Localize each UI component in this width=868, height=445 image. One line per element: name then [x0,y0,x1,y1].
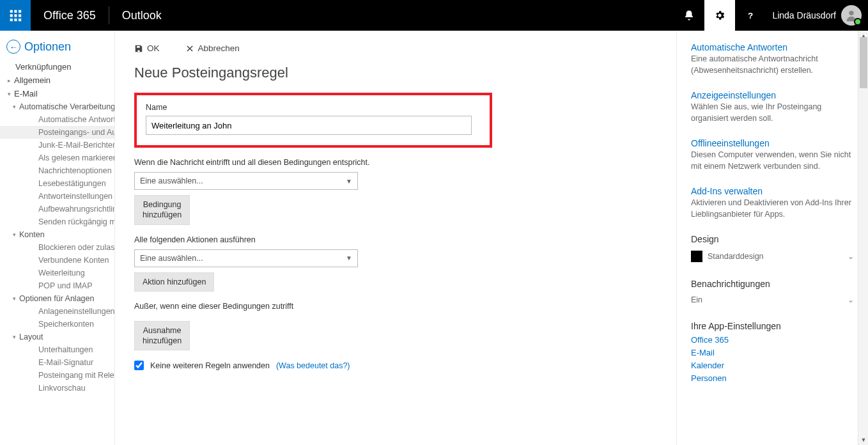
tree-accounts[interactable]: Konten [0,228,114,241]
main-content: OK Abbrechen Neue Posteingangsregel Name… [115,31,676,445]
svg-rect-4 [14,14,17,17]
panel-app-settings-heading: Ihre App-Einstellungen [691,321,854,331]
panel-display-link[interactable]: Anzeigeeinstellungen [691,90,854,100]
close-icon [185,44,194,53]
panel-link-people[interactable]: Personen [691,373,854,383]
back-to-options[interactable]: ← Optionen [0,37,114,60]
avatar [841,5,862,26]
settings-panel: Automatische Antworten Eine automatische… [676,31,868,445]
tree-connected[interactable]: Verbundene Konten [0,254,114,267]
add-condition-button[interactable]: Bedingung hinzufügen [134,195,190,225]
panel-addins-link[interactable]: Add-Ins verwalten [691,186,854,196]
svg-point-10 [849,11,853,15]
stop-rules-label: Keine weiteren Regeln anwenden [150,361,270,370]
options-tree: Verknüpfungen Allgemein E-Mail Automatis… [0,60,114,394]
condition-select-value: Eine auswählen... [140,176,203,185]
tree-conversations[interactable]: Unterhaltungen [0,343,114,356]
ok-button[interactable]: OK [134,43,160,53]
name-highlight-box: Name [134,93,492,148]
brand-label[interactable]: Office 365 [31,9,109,22]
tree-pop-imap[interactable]: POP und IMAP [0,279,114,292]
add-exception-button[interactable]: Ausnahme hinzufügen [134,321,190,351]
rule-name-input[interactable] [146,116,472,135]
tree-general[interactable]: Allgemein [0,74,114,87]
panel-link-mail[interactable]: E-Mail [691,348,854,357]
svg-rect-8 [19,19,21,21]
cancel-button[interactable]: Abbrechen [185,43,240,53]
what-means-link[interactable]: (Was bedeutet das?) [276,361,350,370]
cancel-label: Abbrechen [198,43,240,53]
tree-storage[interactable]: Speicherkonten [0,318,114,331]
tree-read-receipts[interactable]: Lesebestätigungen [0,177,114,190]
svg-rect-7 [14,19,17,21]
panel-addins-desc: Aktivieren und Deaktivieren von Add-Ins … [691,198,854,220]
scroll-thumb[interactable] [860,37,867,88]
notifications-button[interactable] [674,0,704,31]
chevron-down-icon: ⌄ [848,295,854,304]
add-action-button[interactable]: Aktion hinzufügen [134,272,214,292]
tree-inbox-relevance[interactable]: Posteingang mit Relevanz [0,369,114,382]
tree-undo-send[interactable]: Senden rückgängig machen [0,215,114,228]
settings-button[interactable] [704,0,735,31]
panel-scrollbar[interactable]: ▲ ▼ [858,31,868,445]
sidebar-title: Optionen [24,40,71,54]
stop-rules-checkbox[interactable] [134,361,144,370]
app-label[interactable]: Outlook [109,9,174,22]
app-launcher-button[interactable] [0,0,31,31]
back-arrow-icon: ← [6,40,20,54]
question-icon: ? [745,10,756,21]
tree-auto-processing[interactable]: Automatische Verarbeitung [0,100,114,113]
panel-notif-heading: Benachrichtigungen [691,279,854,289]
except-section-label: Außer, wenn eine dieser Bedingungen zutr… [134,302,657,311]
svg-text:?: ? [748,11,753,20]
panel-link-calendar[interactable]: Kalender [691,361,854,370]
panel-notif-row[interactable]: Ein ⌄ [691,293,854,307]
chevron-down-icon: ⌄ [848,252,854,261]
svg-rect-5 [19,14,21,17]
svg-rect-2 [19,10,21,13]
panel-offline-link[interactable]: Offlineeinstellungen [691,138,854,148]
options-sidebar: ← Optionen Verknüpfungen Allgemein E-Mai… [0,31,115,445]
waffle-icon [9,9,22,22]
tree-inbox-rules[interactable]: Posteingangs- und Aufräumregeln [0,126,114,139]
tree-mark-read[interactable]: Als gelesen markieren [0,152,114,164]
tree-reply-settings[interactable]: Antworteinstellungen [0,190,114,203]
panel-link-o365[interactable]: Office 365 [691,335,854,345]
tree-layout[interactable]: Layout [0,331,114,343]
chevron-down-icon: ▼ [346,254,352,262]
help-button[interactable]: ? [735,0,766,31]
theme-swatch [691,251,702,262]
tree-link-preview[interactable]: Linkvorschau [0,382,114,394]
panel-offline-desc: Diesen Computer verwenden, wenn Sie nich… [691,150,854,172]
tree-msg-options[interactable]: Nachrichtenoptionen [0,164,114,177]
panel-auto-replies-desc: Eine automatische Antwortnachricht (Abwe… [691,54,854,76]
tree-forwarding[interactable]: Weiterleitung [0,267,114,279]
tree-email[interactable]: E-Mail [0,87,114,100]
svg-rect-6 [10,19,13,21]
tree-junk-reports[interactable]: Junk-E-Mail-Berichterstellung [0,139,114,152]
tree-shortcuts[interactable]: Verknüpfungen [0,60,114,74]
tree-attach-settings[interactable]: Anlageneinstellungen [0,305,114,318]
panel-display-desc: Wählen Sie aus, wie Ihr Posteingang orga… [691,102,854,124]
tree-retention[interactable]: Aufbewahrungsrichtlinien [0,203,114,215]
bell-icon [683,10,695,21]
tree-auto-replies[interactable]: Automatische Antworten [0,113,114,126]
ok-label: OK [147,43,160,53]
scroll-down-icon: ▼ [858,435,868,445]
tree-signature[interactable]: E-Mail-Signatur [0,356,114,369]
condition-select[interactable]: Eine auswählen... ▼ [134,172,358,190]
action-select[interactable]: Eine auswählen... ▼ [134,249,358,267]
panel-design-row[interactable]: Standarddesign ⌄ [691,248,854,265]
tree-attach-opts[interactable]: Optionen für Anlagen [0,292,114,305]
actions-section-label: Alle folgenden Aktionen ausführen [134,235,657,244]
user-menu[interactable]: Linda Dräusdorf [766,5,868,26]
panel-design-value: Standarddesign [708,252,764,261]
svg-rect-1 [14,10,17,13]
tree-block-allow[interactable]: Blockieren oder zulassen [0,241,114,254]
panel-auto-replies-link[interactable]: Automatische Antworten [691,42,854,52]
user-name-label: Linda Dräusdorf [772,10,836,20]
svg-rect-0 [10,10,13,13]
svg-rect-3 [10,14,13,17]
condition-section-label: Wenn die Nachricht eintrifft und all die… [134,158,657,167]
save-icon [134,44,143,53]
